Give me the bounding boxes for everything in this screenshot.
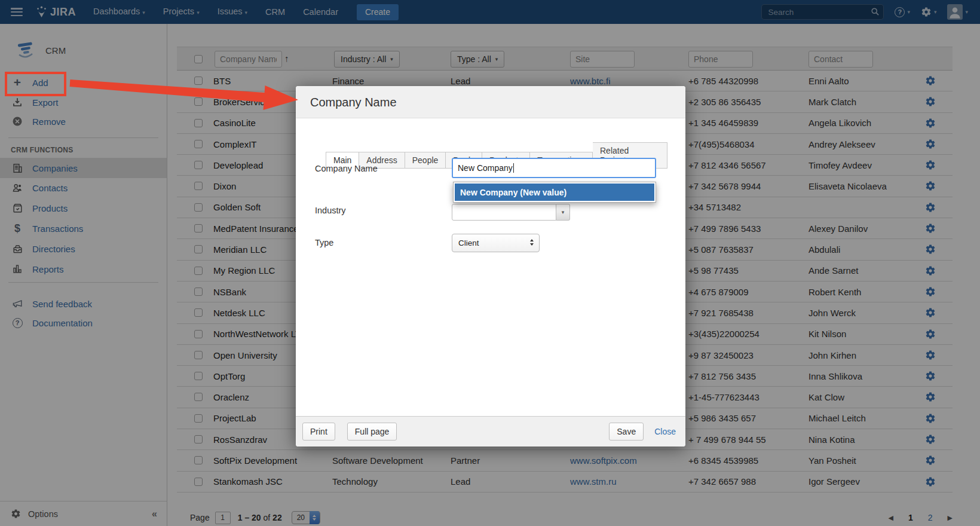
type-select[interactable]: Client xyxy=(452,234,540,252)
company-name-label: Company Name xyxy=(315,164,378,173)
tab-people[interactable]: People xyxy=(405,152,446,169)
type-label: Type xyxy=(315,238,333,247)
dialog-footer: Print Full page Save Close xyxy=(296,416,685,447)
autocomplete-suggestion[interactable]: New Company (New value) xyxy=(455,184,654,201)
industry-input[interactable] xyxy=(452,204,556,221)
jira-crm-app: JIRA Dashboards▾ Projects▾ Issues▾ CRM C… xyxy=(0,0,980,526)
print-button[interactable]: Print xyxy=(302,423,335,441)
save-button[interactable]: Save xyxy=(609,423,644,441)
dialog-title: Company Name xyxy=(296,86,685,118)
company-dialog: Company Name Main Address People Deals P… xyxy=(296,86,685,447)
industry-combobox: ▾ xyxy=(452,204,570,221)
industry-label: Industry xyxy=(315,206,346,215)
select-arrows-icon xyxy=(530,239,534,246)
autocomplete-dropdown: New Company (New value) xyxy=(453,182,656,203)
annotation-highlight-box xyxy=(5,72,66,96)
chevron-down-icon: ▾ xyxy=(562,209,565,215)
close-link[interactable]: Close xyxy=(654,427,676,436)
text-caret xyxy=(513,163,514,173)
industry-dropdown-button[interactable]: ▾ xyxy=(556,204,570,221)
company-name-input[interactable]: New Company xyxy=(452,158,656,178)
full-page-button[interactable]: Full page xyxy=(347,423,397,441)
